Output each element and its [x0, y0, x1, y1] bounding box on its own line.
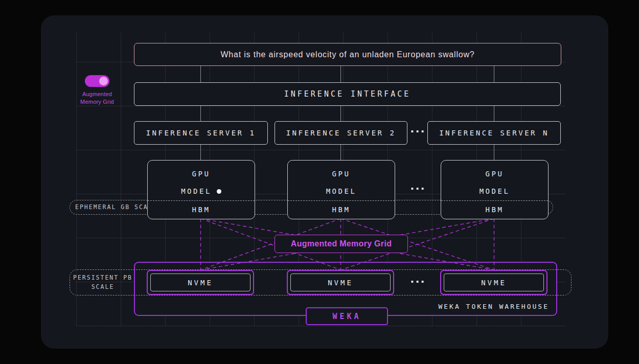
diagram-canvas: WEKA TOKEN WAREHOUSE EPHEMERAL GB SCALE …	[0, 0, 639, 364]
inference-server-1-box: INFERENCE SERVER 1	[134, 121, 268, 145]
nvme-label: NVME	[290, 274, 391, 291]
weka-badge: WEKA	[306, 307, 388, 325]
ellipsis-icon: ...	[408, 121, 428, 135]
ellipsis-icon: ...	[408, 271, 428, 285]
model-status-dot-icon	[217, 189, 221, 194]
nvme-label: NVME	[150, 274, 250, 291]
model-text: MODEL	[181, 187, 212, 195]
nvme-box-n: NVME	[440, 270, 547, 295]
nvme-box-1: NVME	[147, 270, 254, 295]
inference-server-2-box: INFERENCE SERVER 2	[275, 121, 407, 145]
model-label: MODEL	[288, 184, 395, 198]
hbm-label: HBM	[148, 201, 255, 219]
warehouse-title: WEKA TOKEN WAREHOUSE	[438, 303, 549, 310]
ephemeral-scale-label: EPHEMERAL GB SCALE	[75, 200, 157, 215]
nvme-box-2: NVME	[287, 270, 394, 295]
gpu-label: GPU	[148, 167, 255, 181]
persistent-scale-label: PERSISTENT PB SCALE	[72, 269, 133, 295]
toggle-label: Augmented Memory Grid	[75, 90, 119, 106]
ellipsis-icon: ...	[408, 178, 428, 192]
toggle-knob-icon	[99, 77, 108, 85]
inference-server-n-box: INFERENCE SERVER N	[427, 121, 561, 145]
gpu-label: GPU	[441, 167, 548, 181]
gpu-stack-1: GPU MODEL HBM	[147, 160, 255, 219]
hbm-label: HBM	[441, 201, 548, 219]
gpu-stack-2: GPU MODEL HBM	[287, 160, 395, 219]
nvme-label: NVME	[444, 274, 544, 291]
gpu-label: GPU	[288, 167, 395, 181]
query-box: What is the airspeed velocity of an unla…	[134, 43, 561, 66]
augmented-memory-grid-toggle[interactable]	[85, 75, 109, 87]
inference-interface-box: INFERENCE INTERFACE	[134, 82, 561, 106]
hbm-label: HBM	[288, 201, 395, 219]
augmented-memory-grid-box: Augmented Memory Grid	[275, 235, 408, 253]
gpu-stack-n: GPU MODEL HBM	[441, 160, 549, 219]
model-label: MODEL	[148, 184, 255, 198]
model-label: MODEL	[441, 184, 548, 198]
